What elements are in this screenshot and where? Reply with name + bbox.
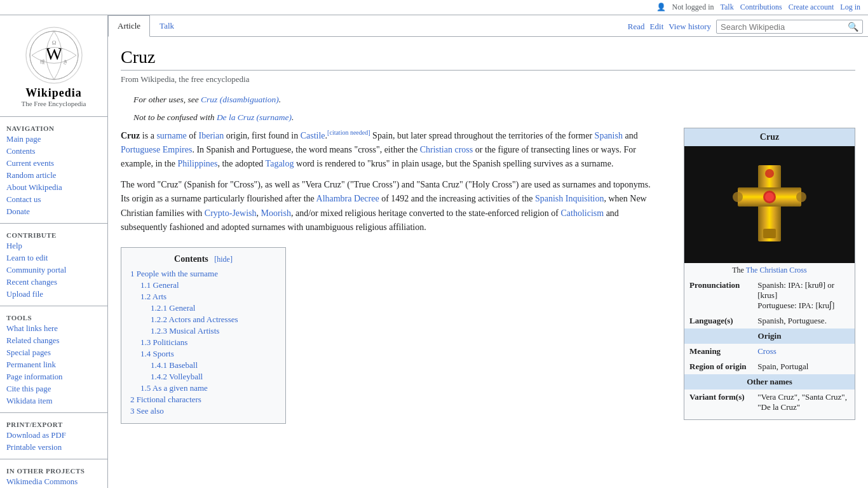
- link-tagalog[interactable]: Tagalog: [266, 159, 294, 168]
- sidebar-item-upload-file[interactable]: Upload file: [0, 288, 107, 301]
- view-history-link[interactable]: View history: [668, 22, 711, 32]
- sidebar-item-what-links[interactable]: What links here: [0, 323, 107, 335]
- pronunciation-value: Spanish: IPA: [kruθ] or [krus] Portugues…: [752, 278, 855, 313]
- tab-article[interactable]: Article: [108, 15, 150, 37]
- sidebar-item-main-page[interactable]: Main page: [0, 133, 107, 146]
- log-in-link[interactable]: Log in: [840, 3, 860, 12]
- toc-hide-button[interactable]: [hide]: [214, 255, 233, 264]
- sidebar-item-about[interactable]: About Wikipedia: [0, 182, 107, 194]
- toc-link-1-4-2[interactable]: 1.4.2 Volleyball: [151, 372, 203, 381]
- layout: W Ω 维 き Wikipedia The Free Encyclopedia …: [0, 15, 868, 488]
- infobox: Cruz: [684, 128, 855, 420]
- infobox-table: Pronunciation Spanish: IPA: [kruθ] or [k…: [684, 278, 855, 415]
- search-input[interactable]: [721, 22, 848, 32]
- toc-link-3[interactable]: 3 See also: [130, 406, 164, 416]
- toc-link-1-5[interactable]: 1.5 As a given name: [140, 383, 208, 393]
- toc-link-1-2[interactable]: 1.2 Arts: [140, 292, 166, 301]
- meaning-label: Meaning: [684, 344, 752, 359]
- contribute-section: Contribute Help Learn to edit Community …: [0, 229, 107, 301]
- svg-rect-15: [763, 229, 776, 238]
- toc-item-1-2: 1.2 Arts: [140, 291, 276, 302]
- hatnote-2-link[interactable]: De la Cruz (surname): [217, 112, 292, 122]
- toc-item-1-2-2: 1.2.2 Actors and Actresses: [151, 314, 276, 325]
- origin-header-row: Origin: [684, 329, 855, 344]
- page-content: Cruz From Wikipedia, the free encycloped…: [108, 37, 868, 488]
- sidebar-item-community-portal[interactable]: Community portal: [0, 264, 107, 276]
- link-moorish[interactable]: Moorish: [261, 208, 291, 218]
- sidebar-item-help[interactable]: Help: [0, 240, 107, 252]
- other-header: Other names: [684, 374, 855, 390]
- sidebar-item-contact[interactable]: Contact us: [0, 194, 107, 206]
- search-box: 🔍: [716, 20, 863, 34]
- sidebar-item-donate[interactable]: Donate: [0, 206, 107, 218]
- content-area: Article Talk Read Edit View history 🔍 Cr…: [108, 15, 868, 488]
- link-crypto-jewish[interactable]: Crypto-Jewish: [205, 208, 257, 218]
- page-title: Cruz: [121, 47, 855, 71]
- toc-link-1-2-2[interactable]: 1.2.2 Actors and Actresses: [151, 315, 238, 324]
- link-iberian[interactable]: Iberian: [199, 131, 224, 140]
- link-castile[interactable]: Castile: [301, 131, 325, 140]
- search-button[interactable]: 🔍: [848, 22, 858, 32]
- sidebar-item-print-version[interactable]: Printable version: [0, 442, 107, 454]
- link-surname[interactable]: surname: [156, 131, 186, 140]
- talk-link[interactable]: Talk: [721, 3, 734, 12]
- sidebar-item-wikimedia-commons[interactable]: Wikimedia Commons: [0, 476, 107, 488]
- other-projects-title: In other projects: [0, 464, 107, 476]
- not-logged-in: Not logged in: [672, 3, 714, 12]
- infobox-caption: The The Christian Cross: [684, 263, 855, 278]
- sidebar: W Ω 维 き Wikipedia The Free Encyclopedia …: [0, 15, 108, 488]
- citation-needed[interactable]: [citation needed]: [327, 129, 370, 136]
- tab-talk[interactable]: Talk: [150, 15, 184, 37]
- tab-right: Read Edit View history 🔍: [623, 17, 868, 36]
- toc-link-1-2-1[interactable]: 1.2.1 General: [151, 303, 195, 313]
- toc-item-1-4-2: 1.4.2 Volleyball: [151, 371, 276, 383]
- link-philippines[interactable]: Philippines: [177, 159, 217, 168]
- pronunciation-row: Pronunciation Spanish: IPA: [kruθ] or [k…: [684, 278, 855, 313]
- link-alhambra[interactable]: Alhambra Decree: [316, 194, 379, 203]
- sidebar-item-wikidata[interactable]: Wikidata item: [0, 395, 107, 407]
- languages-value: Spanish, Portuguese.: [752, 313, 855, 329]
- hatnote-1-link[interactable]: Cruz (disambiguation): [201, 95, 279, 104]
- christian-cross-link[interactable]: The Christian Cross: [746, 266, 807, 274]
- sidebar-item-permanent-link[interactable]: Permanent link: [0, 359, 107, 371]
- variant-row: Variant form(s) "Vera Cruz", "Santa Cruz…: [684, 390, 855, 415]
- article-body: Cruz is a surname of Iberian origin, fir…: [121, 128, 661, 430]
- toc-link-1-4-1[interactable]: 1.4.1 Baseball: [151, 360, 198, 370]
- main-section: Cruz is a surname of Iberian origin, fir…: [121, 128, 855, 430]
- sidebar-item-current-events[interactable]: Current events: [0, 158, 107, 170]
- link-catholicism[interactable]: Catholicism: [560, 208, 604, 218]
- toc-link-1[interactable]: 1 People with the surname: [130, 269, 218, 278]
- link-christian-cross[interactable]: Christian cross: [420, 145, 473, 154]
- read-link[interactable]: Read: [628, 22, 645, 32]
- contributions-link[interactable]: Contributions: [740, 3, 782, 12]
- toc-link-2[interactable]: 2 Fictional characters: [130, 395, 201, 404]
- sidebar-item-learn-edit[interactable]: Learn to edit: [0, 252, 107, 264]
- toc-link-1-2-3[interactable]: 1.2.3 Musical Artists: [151, 326, 219, 336]
- toc-item-1-5: 1.5 As a given name: [140, 383, 276, 394]
- link-portuguese-empires[interactable]: Portuguese Empires: [121, 145, 192, 154]
- sidebar-item-page-info[interactable]: Page information: [0, 371, 107, 383]
- svg-text:Ω: Ω: [51, 39, 56, 46]
- svg-point-13: [765, 193, 774, 201]
- sidebar-item-recent-changes[interactable]: Recent changes: [0, 276, 107, 288]
- sidebar-item-special-pages[interactable]: Special pages: [0, 347, 107, 359]
- logo-area: W Ω 维 き Wikipedia The Free Encyclopedia: [0, 20, 107, 112]
- sidebar-item-cite-page[interactable]: Cite this page: [0, 383, 107, 395]
- sidebar-item-contents[interactable]: Contents: [0, 146, 107, 158]
- origin-header: Origin: [684, 329, 855, 344]
- link-spanish[interactable]: Spanish: [595, 131, 623, 140]
- svg-text:W: W: [45, 44, 62, 64]
- toc-link-1-4[interactable]: 1.4 Sports: [140, 349, 174, 358]
- sidebar-item-random-article[interactable]: Random article: [0, 170, 107, 182]
- edit-link[interactable]: Edit: [650, 22, 664, 32]
- create-account-link[interactable]: Create account: [789, 3, 834, 12]
- toc-item-2: 2 Fictional characters: [130, 394, 276, 405]
- meaning-link[interactable]: Cross: [757, 346, 776, 356]
- sidebar-item-related-changes[interactable]: Related changes: [0, 335, 107, 347]
- sidebar-item-download-pdf[interactable]: Download as PDF: [0, 430, 107, 442]
- toc-link-1-3[interactable]: 1.3 Politicians: [140, 337, 187, 347]
- toc-link-1-1[interactable]: 1.1 General: [140, 280, 179, 290]
- user-icon: 👤: [656, 3, 666, 12]
- nav-section: Navigation Main page Contents Current ev…: [0, 122, 107, 218]
- link-spanish-inquisition[interactable]: Spanish Inquisition: [535, 194, 604, 203]
